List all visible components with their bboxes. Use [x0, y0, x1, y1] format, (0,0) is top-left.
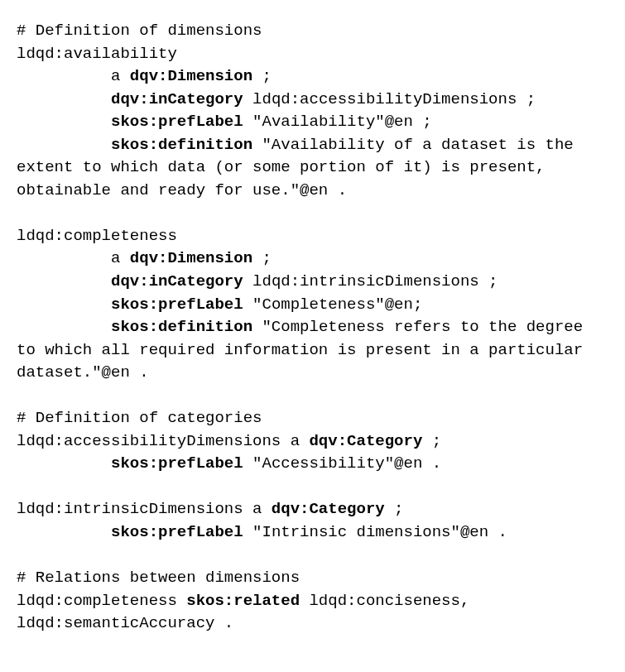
code-text: "Intrinsic dimensions"@en . [243, 523, 507, 541]
code-text [17, 136, 111, 154]
code-text: # Definition of categories [17, 409, 262, 427]
code-keyword: skos:prefLabel [111, 295, 243, 314]
code-text: # Relations between dimensions [17, 569, 300, 587]
code-text [17, 113, 111, 131]
code-text: ldqd:availability [17, 45, 177, 63]
code-text [17, 454, 111, 473]
code-text: a [17, 249, 130, 267]
code-text: ldqd:intrinsicDimensions a [17, 500, 272, 518]
code-keyword: skos:prefLabel [111, 113, 243, 131]
code-text: ldqd:accessibilityDimensions a [17, 432, 309, 450]
code-text: "Accessibility"@en . [243, 454, 441, 473]
code-text [17, 272, 111, 290]
code-text: ; [252, 249, 272, 267]
code-text: "Completeness"@en; [243, 295, 423, 314]
code-keyword: dqv:inCategory [111, 90, 243, 108]
code-keyword: dqv:inCategory [111, 272, 243, 290]
code-text: ; [385, 500, 404, 518]
code-text [17, 90, 111, 108]
code-keyword: dqv:Category [309, 432, 422, 450]
code-keyword: skos:related [186, 592, 300, 610]
code-block: # Definition of dimensions ldqd:availabi… [17, 20, 608, 636]
code-text: # Definition of dimensions [17, 22, 262, 40]
code-text [17, 523, 111, 541]
code-text [17, 318, 111, 336]
code-keyword: skos:definition [111, 318, 252, 336]
code-text: ldqd:completeness [17, 227, 177, 245]
code-text: ldqd:completeness [17, 592, 186, 610]
code-text: ; [252, 67, 272, 85]
code-text: ldqd:accessibilityDimensions ; [243, 90, 536, 108]
code-text [17, 295, 111, 314]
code-keyword: dqv:Dimension [130, 67, 252, 85]
code-text: "Availability"@en ; [243, 113, 432, 131]
code-keyword: dqv:Category [272, 500, 385, 518]
code-keyword: skos:prefLabel [111, 523, 243, 541]
code-keyword: dqv:Dimension [130, 249, 252, 267]
code-text: ; [422, 432, 441, 450]
code-text: ldqd:intrinsicDimensions ; [243, 272, 498, 290]
code-keyword: skos:definition [111, 136, 252, 154]
code-text: a [17, 67, 130, 85]
code-keyword: skos:prefLabel [111, 454, 243, 473]
